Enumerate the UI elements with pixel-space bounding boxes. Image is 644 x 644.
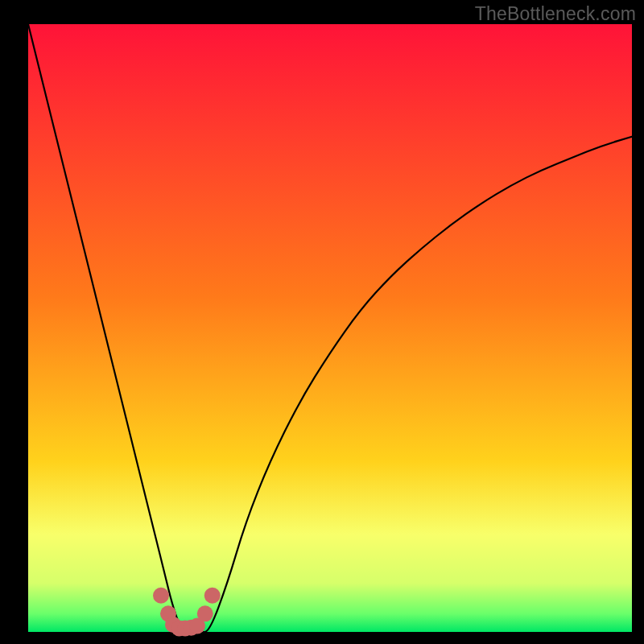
chart-frame: TheBottleneck.com (0, 0, 644, 644)
chart-svg (0, 0, 644, 644)
marker-dot (197, 605, 213, 621)
marker-dot (153, 588, 169, 604)
plot-background (28, 24, 632, 632)
watermark-text: TheBottleneck.com (475, 3, 636, 25)
marker-dot (204, 588, 221, 604)
